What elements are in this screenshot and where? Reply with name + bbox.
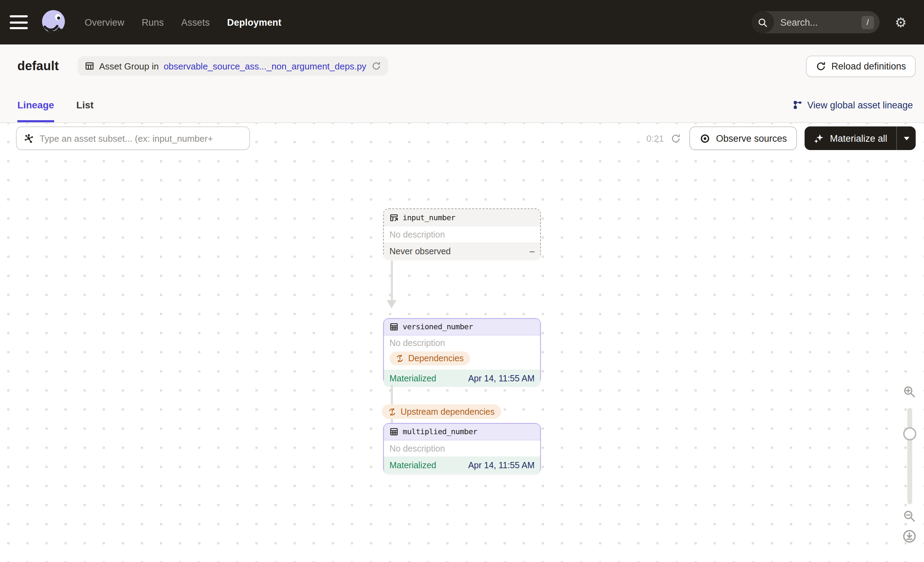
asset-node-multiplied-number[interactable]: multiplied_number No description Materia… <box>383 423 541 474</box>
page-header: default Asset Group in observable_source… <box>0 45 924 87</box>
global-search[interactable]: / <box>752 11 880 33</box>
sparkle-icon <box>814 133 824 143</box>
tabs-row: Lineage List View global asset lineage <box>0 87 924 122</box>
view-global-asset-lineage-label: View global asset lineage <box>807 100 913 110</box>
zoom-out-icon[interactable] <box>903 510 916 522</box>
table-icon <box>390 427 399 436</box>
dependencies-changed-badge[interactable]: Dependencies <box>390 352 470 365</box>
download-image-icon[interactable] <box>903 529 916 543</box>
refresh-icon[interactable] <box>371 61 381 71</box>
asset-group-pill: Asset Group in observable_source_ass..._… <box>77 56 388 76</box>
asset-status-row: Materialized Apr 14, 11:55 AM <box>384 370 540 387</box>
tab-list[interactable]: List <box>76 87 94 122</box>
refresh-countdown: 0:21 <box>646 133 664 143</box>
top-navigation: Overview Runs Assets Deployment <box>85 17 282 27</box>
asset-node-header: input_number <box>384 209 540 227</box>
lineage-graph-icon <box>793 100 802 110</box>
tab-lineage[interactable]: Lineage <box>17 87 54 122</box>
asset-name: input_number <box>403 213 455 222</box>
asset-node-header: versioned_number <box>384 319 540 335</box>
nav-assets[interactable]: Assets <box>181 17 210 27</box>
materialize-all-button[interactable]: Materialize all <box>805 126 896 150</box>
search-input[interactable] <box>774 17 861 27</box>
asset-badge-row: Dependencies <box>384 350 540 370</box>
graph-toolbar: 0:21 Observe sources Materialize all <box>16 126 916 150</box>
asset-subset-filter[interactable] <box>16 126 250 150</box>
edge-input-to-versioned <box>390 260 393 301</box>
eye-icon <box>700 133 711 143</box>
topbar: Overview Runs Assets Deployment / ⚙ <box>0 0 924 45</box>
reload-definitions-button[interactable]: Reload definitions <box>806 55 916 77</box>
asset-node-versioned-number[interactable]: versioned_number No description Dependen… <box>383 318 541 384</box>
lineage-graph-canvas[interactable]: 0:21 Observe sources Materialize all <box>0 122 924 562</box>
dependencies-badge-label: Dependencies <box>408 353 464 363</box>
dagster-logo-icon[interactable] <box>40 8 68 36</box>
refresh-graph-icon[interactable] <box>671 133 681 143</box>
observation-value: – <box>530 246 534 256</box>
op-selector-icon <box>24 133 34 143</box>
materialization-status: Materialized <box>390 373 436 383</box>
asset-name: multiplied_number <box>403 427 477 436</box>
observe-sources-button[interactable]: Observe sources <box>690 126 797 150</box>
asset-subset-input[interactable] <box>40 133 244 143</box>
upstream-dependencies-label: Upstream dependencies <box>400 407 495 416</box>
materialization-status: Materialized <box>390 460 436 470</box>
reload-icon <box>815 61 826 71</box>
asset-node-input-number[interactable]: input_number No description Never observ… <box>383 209 541 259</box>
sync-alert-icon <box>388 407 396 416</box>
table-icon <box>390 322 399 331</box>
asset-node-header: multiplied_number <box>384 424 540 440</box>
view-global-asset-lineage-link[interactable]: View global asset lineage <box>793 87 913 122</box>
sync-alert-icon <box>396 354 404 363</box>
asset-group-file-link[interactable]: observable_source_ass..._non_argument_de… <box>164 61 366 71</box>
page-title: default <box>17 59 58 73</box>
search-shortcut-key: / <box>861 16 874 29</box>
nav-runs[interactable]: Runs <box>142 17 164 27</box>
asset-status-row: Materialized Apr 14, 11:55 AM <box>384 457 540 474</box>
edge-arrowhead-icon <box>387 300 396 308</box>
materialization-time[interactable]: Apr 14, 11:55 AM <box>468 373 534 383</box>
table-icon <box>84 61 94 71</box>
dagster-app: Overview Runs Assets Deployment / ⚙ defa… <box>0 0 924 562</box>
materialize-all-split-button: Materialize all <box>805 126 916 150</box>
asset-description: No description <box>384 440 540 457</box>
asset-status-row: Never observed – <box>384 242 540 260</box>
upstream-dependencies-badge[interactable]: Upstream dependencies <box>382 404 501 419</box>
materialize-all-label: Materialize all <box>830 133 887 143</box>
reload-definitions-label: Reload definitions <box>831 61 906 71</box>
zoom-controls <box>900 123 919 562</box>
asset-group-label: Asset Group in <box>99 61 159 71</box>
zoom-slider-track[interactable] <box>907 408 912 504</box>
search-icon <box>752 11 774 33</box>
observable-table-icon <box>390 213 399 222</box>
menu-icon[interactable] <box>10 15 28 29</box>
zoom-slider-thumb[interactable] <box>903 427 916 440</box>
nav-deployment[interactable]: Deployment <box>227 17 282 27</box>
nav-overview[interactable]: Overview <box>85 17 124 27</box>
asset-description: No description <box>384 335 540 350</box>
observe-sources-label: Observe sources <box>716 133 787 143</box>
asset-name: versioned_number <box>403 322 473 331</box>
materialization-time[interactable]: Apr 14, 11:55 AM <box>468 460 534 470</box>
observation-status: Never observed <box>390 246 451 256</box>
settings-gear-icon[interactable]: ⚙ <box>895 16 907 29</box>
zoom-in-icon[interactable] <box>903 386 916 398</box>
asset-description: No description <box>384 227 540 242</box>
